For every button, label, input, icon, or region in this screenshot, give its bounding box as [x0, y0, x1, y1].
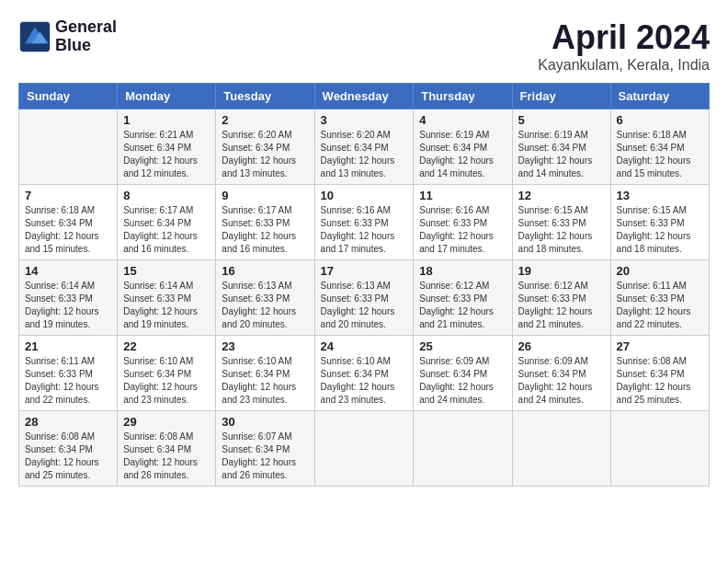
- day-info: Sunrise: 6:21 AM Sunset: 6:34 PM Dayligh…: [123, 129, 210, 180]
- day-info: Sunrise: 6:08 AM Sunset: 6:34 PM Dayligh…: [25, 431, 111, 482]
- col-header-thursday: Thursday: [414, 84, 512, 109]
- calendar-cell: 25Sunrise: 6:09 AM Sunset: 6:34 PM Dayli…: [414, 336, 512, 411]
- calendar-cell: 21Sunrise: 6:11 AM Sunset: 6:33 PM Dayli…: [19, 336, 118, 411]
- day-number: 14: [25, 264, 111, 278]
- day-info: Sunrise: 6:18 AM Sunset: 6:34 PM Dayligh…: [617, 129, 703, 180]
- day-info: Sunrise: 6:12 AM Sunset: 6:33 PM Dayligh…: [518, 280, 605, 331]
- calendar-cell: 11Sunrise: 6:16 AM Sunset: 6:33 PM Dayli…: [414, 185, 512, 260]
- day-info: Sunrise: 6:16 AM Sunset: 6:33 PM Dayligh…: [321, 204, 408, 256]
- day-info: Sunrise: 6:10 AM Sunset: 6:34 PM Dayligh…: [123, 355, 210, 407]
- day-number: 7: [25, 189, 111, 202]
- col-header-tuesday: Tuesday: [216, 84, 314, 109]
- day-number: 18: [419, 264, 506, 278]
- day-number: 25: [419, 339, 506, 353]
- day-info: Sunrise: 6:09 AM Sunset: 6:34 PM Dayligh…: [518, 355, 605, 407]
- title-block: April 2024 Kayankulam, Kerala, India: [538, 18, 710, 74]
- day-info: Sunrise: 6:11 AM Sunset: 6:33 PM Dayligh…: [25, 355, 111, 407]
- day-number: 6: [617, 113, 703, 127]
- day-number: 4: [419, 113, 506, 127]
- day-number: 3: [321, 113, 408, 127]
- day-number: 21: [25, 339, 111, 353]
- week-row-1: 1Sunrise: 6:21 AM Sunset: 6:34 PM Daylig…: [19, 109, 710, 185]
- day-number: 23: [222, 339, 308, 353]
- calendar-cell: 18Sunrise: 6:12 AM Sunset: 6:33 PM Dayli…: [414, 260, 512, 336]
- day-info: Sunrise: 6:08 AM Sunset: 6:34 PM Dayligh…: [123, 431, 210, 482]
- day-info: Sunrise: 6:14 AM Sunset: 6:33 PM Dayligh…: [25, 280, 111, 331]
- day-info: Sunrise: 6:20 AM Sunset: 6:34 PM Dayligh…: [321, 129, 408, 180]
- day-info: Sunrise: 6:14 AM Sunset: 6:33 PM Dayligh…: [123, 280, 210, 331]
- calendar-cell: 27Sunrise: 6:08 AM Sunset: 6:34 PM Dayli…: [610, 336, 709, 411]
- day-number: 30: [222, 415, 308, 429]
- calendar-cell: 17Sunrise: 6:13 AM Sunset: 6:33 PM Dayli…: [314, 260, 414, 336]
- calendar-cell: 14Sunrise: 6:14 AM Sunset: 6:33 PM Dayli…: [19, 260, 118, 336]
- day-info: Sunrise: 6:10 AM Sunset: 6:34 PM Dayligh…: [222, 355, 308, 407]
- logo-text: General Blue: [55, 18, 117, 55]
- calendar-cell: 7Sunrise: 6:18 AM Sunset: 6:34 PM Daylig…: [19, 185, 118, 260]
- day-number: 10: [321, 189, 408, 202]
- day-info: Sunrise: 6:09 AM Sunset: 6:34 PM Dayligh…: [419, 355, 506, 407]
- day-number: 27: [617, 339, 703, 353]
- calendar-cell: [512, 411, 610, 487]
- day-info: Sunrise: 6:15 AM Sunset: 6:33 PM Dayligh…: [518, 204, 605, 256]
- day-info: Sunrise: 6:13 AM Sunset: 6:33 PM Dayligh…: [222, 280, 308, 331]
- col-header-sunday: Sunday: [19, 84, 118, 109]
- day-info: Sunrise: 6:07 AM Sunset: 6:34 PM Dayligh…: [222, 431, 308, 482]
- day-info: Sunrise: 6:16 AM Sunset: 6:33 PM Dayligh…: [419, 204, 506, 256]
- page-header: General Blue April 2024 Kayankulam, Kera…: [18, 18, 710, 74]
- calendar-cell: 22Sunrise: 6:10 AM Sunset: 6:34 PM Dayli…: [118, 336, 216, 411]
- calendar-cell: 12Sunrise: 6:15 AM Sunset: 6:33 PM Dayli…: [512, 185, 610, 260]
- calendar-cell: 1Sunrise: 6:21 AM Sunset: 6:34 PM Daylig…: [118, 109, 216, 185]
- calendar-cell: 23Sunrise: 6:10 AM Sunset: 6:34 PM Dayli…: [216, 336, 314, 411]
- day-info: Sunrise: 6:11 AM Sunset: 6:33 PM Dayligh…: [617, 280, 703, 331]
- calendar-cell: 4Sunrise: 6:19 AM Sunset: 6:34 PM Daylig…: [414, 109, 512, 185]
- day-number: 24: [321, 339, 408, 353]
- col-header-saturday: Saturday: [610, 84, 709, 109]
- day-number: 8: [123, 189, 210, 202]
- col-header-friday: Friday: [512, 84, 610, 109]
- day-number: 28: [25, 415, 111, 429]
- week-row-5: 28Sunrise: 6:08 AM Sunset: 6:34 PM Dayli…: [19, 411, 710, 487]
- day-info: Sunrise: 6:08 AM Sunset: 6:34 PM Dayligh…: [617, 355, 703, 407]
- week-row-3: 14Sunrise: 6:14 AM Sunset: 6:33 PM Dayli…: [19, 260, 710, 336]
- day-number: 29: [123, 415, 210, 429]
- day-info: Sunrise: 6:13 AM Sunset: 6:33 PM Dayligh…: [321, 280, 408, 331]
- week-row-2: 7Sunrise: 6:18 AM Sunset: 6:34 PM Daylig…: [19, 185, 710, 260]
- calendar-cell: 3Sunrise: 6:20 AM Sunset: 6:34 PM Daylig…: [314, 109, 414, 185]
- day-info: Sunrise: 6:19 AM Sunset: 6:34 PM Dayligh…: [419, 129, 506, 180]
- calendar-cell: 28Sunrise: 6:08 AM Sunset: 6:34 PM Dayli…: [19, 411, 118, 487]
- calendar-cell: 24Sunrise: 6:10 AM Sunset: 6:34 PM Dayli…: [314, 336, 414, 411]
- logo: General Blue: [18, 18, 117, 55]
- calendar-table: SundayMondayTuesdayWednesdayThursdayFrid…: [18, 83, 710, 487]
- day-info: Sunrise: 6:18 AM Sunset: 6:34 PM Dayligh…: [25, 204, 111, 256]
- day-info: Sunrise: 6:17 AM Sunset: 6:34 PM Dayligh…: [123, 204, 210, 256]
- calendar-cell: 10Sunrise: 6:16 AM Sunset: 6:33 PM Dayli…: [314, 185, 414, 260]
- calendar-cell: 13Sunrise: 6:15 AM Sunset: 6:33 PM Dayli…: [610, 185, 709, 260]
- week-row-4: 21Sunrise: 6:11 AM Sunset: 6:33 PM Dayli…: [19, 336, 710, 411]
- location: Kayankulam, Kerala, India: [538, 57, 710, 74]
- day-number: 26: [518, 339, 605, 353]
- calendar-cell: 6Sunrise: 6:18 AM Sunset: 6:34 PM Daylig…: [610, 109, 709, 185]
- calendar-cell: 30Sunrise: 6:07 AM Sunset: 6:34 PM Dayli…: [216, 411, 314, 487]
- calendar-cell: [19, 109, 118, 185]
- logo-icon: [18, 20, 51, 53]
- calendar-cell: 2Sunrise: 6:20 AM Sunset: 6:34 PM Daylig…: [216, 109, 314, 185]
- day-number: 16: [222, 264, 308, 278]
- calendar-cell: 15Sunrise: 6:14 AM Sunset: 6:33 PM Dayli…: [118, 260, 216, 336]
- day-number: 11: [419, 189, 506, 202]
- month-title: April 2024: [538, 18, 710, 57]
- calendar-cell: 5Sunrise: 6:19 AM Sunset: 6:34 PM Daylig…: [512, 109, 610, 185]
- calendar-cell: [414, 411, 512, 487]
- day-number: 22: [123, 339, 210, 353]
- day-info: Sunrise: 6:10 AM Sunset: 6:34 PM Dayligh…: [321, 355, 408, 407]
- day-info: Sunrise: 6:15 AM Sunset: 6:33 PM Dayligh…: [617, 204, 703, 256]
- calendar-cell: [314, 411, 414, 487]
- day-number: 1: [123, 113, 210, 127]
- day-number: 20: [617, 264, 703, 278]
- day-number: 2: [222, 113, 308, 127]
- day-number: 5: [518, 113, 605, 127]
- calendar-cell: 26Sunrise: 6:09 AM Sunset: 6:34 PM Dayli…: [512, 336, 610, 411]
- calendar-cell: 16Sunrise: 6:13 AM Sunset: 6:33 PM Dayli…: [216, 260, 314, 336]
- calendar-cell: 29Sunrise: 6:08 AM Sunset: 6:34 PM Dayli…: [118, 411, 216, 487]
- calendar-cell: 19Sunrise: 6:12 AM Sunset: 6:33 PM Dayli…: [512, 260, 610, 336]
- calendar-cell: 20Sunrise: 6:11 AM Sunset: 6:33 PM Dayli…: [610, 260, 709, 336]
